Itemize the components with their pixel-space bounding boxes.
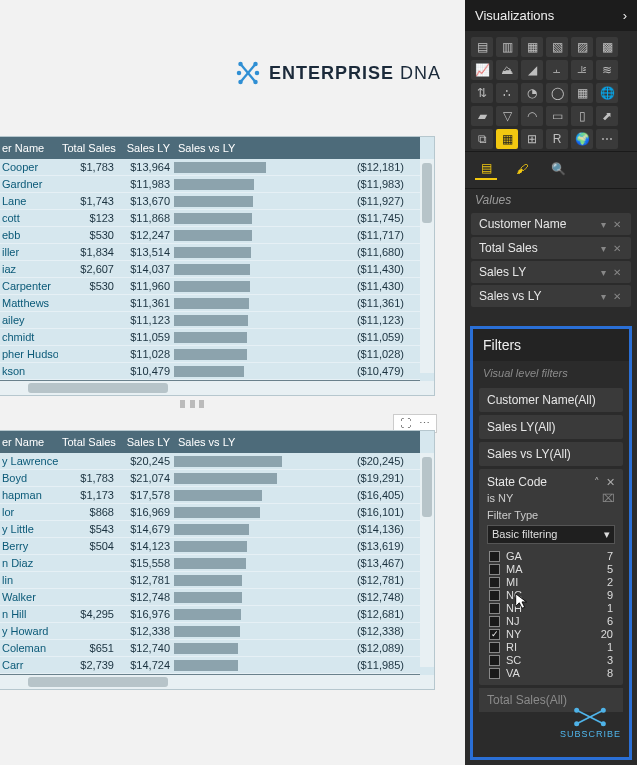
filter-type-select[interactable]: Basic filtering ▾	[487, 525, 615, 544]
clear-filter-icon[interactable]: ✕	[606, 476, 615, 489]
more-options-icon[interactable]: ⋯	[419, 417, 430, 430]
field-pill-controls[interactable]: ▾ ✕	[601, 243, 623, 254]
filter-option[interactable]: NC9	[487, 589, 615, 601]
arcgis-icon[interactable]: 🌍	[571, 129, 593, 149]
table-row[interactable]: iaz$2,607$14,037($11,430)	[0, 261, 420, 278]
gauge-icon[interactable]: ◠	[521, 106, 543, 126]
table-row[interactable]: hapman$1,173$17,578($16,405)	[0, 487, 420, 504]
panel-header[interactable]: Visualizations ›	[465, 0, 637, 31]
field-pill-controls[interactable]: ▾ ✕	[601, 291, 623, 302]
table-row[interactable]: ebb$530$12,247($11,717)	[0, 227, 420, 244]
scatter-icon[interactable]: ∴	[496, 83, 518, 103]
filter-option[interactable]: VA8	[487, 667, 615, 679]
filter-state-code[interactable]: State Code ˄ ✕ is NY ⌧ Filter Type Basic…	[479, 469, 623, 685]
stacked-area-icon[interactable]: ◢	[521, 60, 543, 80]
hundred-bar-icon[interactable]: ▨	[571, 37, 593, 57]
field-pill[interactable]: Customer Name▾ ✕	[471, 213, 631, 235]
table-row[interactable]: Gardner$11,983($11,983)	[0, 176, 420, 193]
table-row[interactable]: Carr$2,739$14,724($11,985)	[0, 657, 420, 674]
clustered-bar-icon[interactable]: ▦	[521, 37, 543, 57]
table-row[interactable]: pher Hudson$11,028($11,028)	[0, 346, 420, 363]
analytics-icon[interactable]: 🔍	[547, 158, 569, 180]
table-row[interactable]: Matthews$11,361($11,361)	[0, 295, 420, 312]
waterfall-icon[interactable]: ⇅	[471, 83, 493, 103]
donut-chart-icon[interactable]: ◯	[546, 83, 568, 103]
chevron-right-icon[interactable]: ›	[623, 8, 627, 23]
field-pill[interactable]: Total Sales▾ ✕	[471, 237, 631, 259]
col-sales-ly[interactable]: Sales LY	[118, 434, 174, 450]
matrix-visual-icon[interactable]: ⊞	[521, 129, 543, 149]
table-visual-bottom[interactable]: er Name Total Sales Sales LY Sales vs LY…	[0, 430, 435, 690]
vertical-scrollbar[interactable]	[420, 159, 434, 373]
checkbox[interactable]	[489, 603, 500, 614]
col-total-sales[interactable]: Total Sales	[58, 434, 118, 450]
col-customer-name[interactable]: er Name	[0, 434, 58, 450]
focus-mode-icon[interactable]: ⛶	[400, 417, 411, 430]
filter-card[interactable]: Sales LY(All)	[479, 415, 623, 439]
clustered-column-icon[interactable]: ▧	[546, 37, 568, 57]
table-row[interactable]: Lane$1,743$13,670($11,927)	[0, 193, 420, 210]
collapse-icon[interactable]: ˄	[594, 476, 600, 489]
kpi-icon[interactable]: ⬈	[596, 106, 618, 126]
checkbox[interactable]	[489, 629, 500, 640]
field-pill-controls[interactable]: ▾ ✕	[601, 219, 623, 230]
checkbox[interactable]	[489, 655, 500, 666]
col-sales-vs-ly[interactable]: Sales vs LY	[174, 140, 304, 156]
table-row[interactable]: Berry$504$14,123($13,619)	[0, 538, 420, 555]
table-row[interactable]: kson$10,479($10,479)	[0, 363, 420, 380]
table-row[interactable]: cott$123$11,868($11,745)	[0, 210, 420, 227]
filter-option[interactable]: NY20	[487, 628, 615, 640]
table-visual-top[interactable]: er Name Total Sales Sales LY Sales vs LY…	[0, 136, 435, 396]
marketplace-icon[interactable]: ⋯	[596, 129, 618, 149]
hundred-column-icon[interactable]: ▩	[596, 37, 618, 57]
format-paint-icon[interactable]: 🖌	[511, 158, 533, 180]
horizontal-scrollbar[interactable]	[0, 381, 434, 395]
checkbox[interactable]	[489, 642, 500, 653]
horizontal-scrollbar[interactable]	[0, 675, 434, 689]
table-row[interactable]: Boyd$1,783$21,074($19,291)	[0, 470, 420, 487]
filter-option[interactable]: MI2	[487, 576, 615, 588]
slicer-icon[interactable]: ⧉	[471, 129, 493, 149]
eraser-icon[interactable]: ⌧	[602, 492, 615, 505]
field-pill[interactable]: Sales LY▾ ✕	[471, 261, 631, 283]
table-row[interactable]: n Hill$4,295$16,976($12,681)	[0, 606, 420, 623]
table-visual-icon[interactable]: ▦	[496, 129, 518, 149]
table-row[interactable]: chmidt$11,059($11,059)	[0, 329, 420, 346]
col-total-sales[interactable]: Total Sales	[58, 140, 118, 156]
filter-option[interactable]: MA5	[487, 563, 615, 575]
checkbox[interactable]	[489, 551, 500, 562]
stacked-bar-icon[interactable]: ▤	[471, 37, 493, 57]
table-row[interactable]: y Little$543$14,679($14,136)	[0, 521, 420, 538]
pie-chart-icon[interactable]: ◔	[521, 83, 543, 103]
col-sales-ly[interactable]: Sales LY	[118, 140, 174, 156]
field-pill-controls[interactable]: ▾ ✕	[601, 267, 623, 278]
line-column-icon[interactable]: ⫠	[546, 60, 568, 80]
checkbox[interactable]	[489, 668, 500, 679]
checkbox[interactable]	[489, 590, 500, 601]
table-row[interactable]: Coleman$651$12,740($12,089)	[0, 640, 420, 657]
map-icon[interactable]: 🌐	[596, 83, 618, 103]
funnel-icon[interactable]: ▽	[496, 106, 518, 126]
checkbox[interactable]	[489, 616, 500, 627]
table-row[interactable]: Carpenter$530$11,960($11,430)	[0, 278, 420, 295]
fields-well-icon[interactable]: ▤	[475, 158, 497, 180]
line-chart-icon[interactable]: 📈	[471, 60, 493, 80]
line-clustered-icon[interactable]: ⫡	[571, 60, 593, 80]
field-pill[interactable]: Sales vs LY▾ ✕	[471, 285, 631, 307]
filter-option[interactable]: NJ6	[487, 615, 615, 627]
filter-option[interactable]: NH1	[487, 602, 615, 614]
checkbox[interactable]	[489, 564, 500, 575]
table-row[interactable]: ailey$11,123($11,123)	[0, 312, 420, 329]
table-row[interactable]: lin$12,781($12,781)	[0, 572, 420, 589]
filter-card[interactable]: Customer Name(All)	[479, 388, 623, 412]
filter-option[interactable]: GA7	[487, 550, 615, 562]
table-row[interactable]: lor$868$16,969($16,101)	[0, 504, 420, 521]
multi-card-icon[interactable]: ▯	[571, 106, 593, 126]
stacked-column-icon[interactable]: ▥	[496, 37, 518, 57]
col-customer-name[interactable]: er Name	[0, 140, 58, 156]
card-icon[interactable]: ▭	[546, 106, 568, 126]
filter-option[interactable]: RI1	[487, 641, 615, 653]
area-chart-icon[interactable]: ⛰	[496, 60, 518, 80]
ribbon-chart-icon[interactable]: ≋	[596, 60, 618, 80]
col-sales-vs-ly[interactable]: Sales vs LY	[174, 434, 304, 450]
